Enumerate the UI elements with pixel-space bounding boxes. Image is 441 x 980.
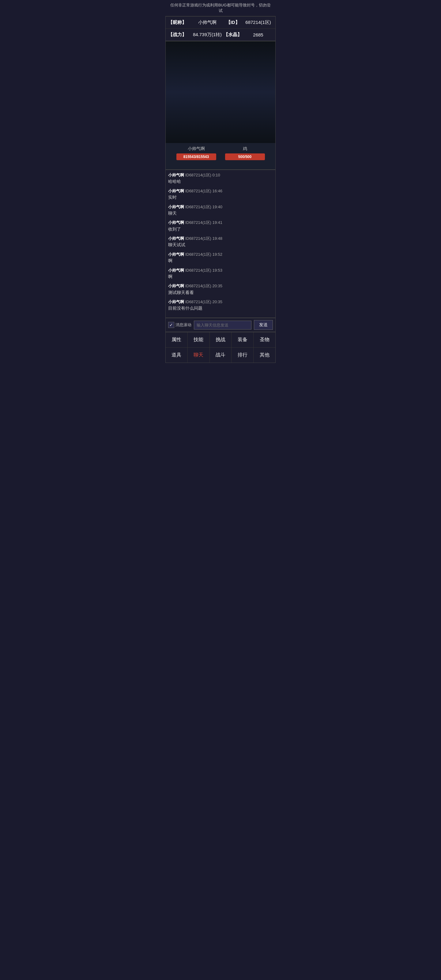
chat-content: 哈哈哈 xyxy=(168,178,273,185)
battle-area: 小帅气啊 815543/815543 鸡 500/500 xyxy=(166,41,275,170)
chat-sender: 小帅气啊 xyxy=(168,236,184,241)
chat-time: 20:35 xyxy=(213,299,223,304)
chat-text-input[interactable] xyxy=(194,321,252,329)
chat-time: 19:40 xyxy=(213,205,223,209)
characters-row: 小帅气啊 815543/815543 鸡 500/500 xyxy=(166,143,275,163)
chat-time: 16:46 xyxy=(213,189,223,193)
info-panel: 【昵称】 小帅气啊 【ID】 687214(1区) 【战力】 84.739万(1… xyxy=(166,16,275,41)
power-value: 84.739万(1转) xyxy=(193,32,222,38)
chat-time: 19:53 xyxy=(213,268,223,272)
crystal-label: 【水晶】 xyxy=(222,32,244,38)
warning-bar: 任何非正常游戏行为或利用BUG都可能导致封号，切勿尝试 xyxy=(166,0,275,16)
chat-sender: 小帅气啊 xyxy=(168,173,184,177)
enemy-hp-text: 500/500 xyxy=(238,155,252,159)
chat-id: ID687214(1区) xyxy=(185,205,211,209)
chat-message: 小帅气啊 ID687214(1区) 20:35 目前没有什么问题 xyxy=(168,299,273,312)
chat-time: 0:10 xyxy=(213,173,220,177)
nav-btn-技能[interactable]: 技能 xyxy=(188,332,210,347)
enemy-name: 鸡 xyxy=(243,146,247,151)
chat-message-header: 小帅气啊 ID687214(1区) 19:52 xyxy=(168,252,273,257)
chat-time: 19:41 xyxy=(213,220,223,225)
chat-message-header: 小帅气啊 ID687214(1区) 16:46 xyxy=(168,188,273,194)
send-button[interactable]: 发送 xyxy=(254,320,273,330)
nav-row-1: 属性技能挑战装备圣物 xyxy=(166,332,275,348)
chat-message: 小帅气啊 ID687214(1区) 19:48 聊天试试 xyxy=(168,236,273,248)
chat-id: ID687214(1区) xyxy=(185,173,211,177)
nav-row-2: 道具聊天战斗排行其他 xyxy=(166,348,275,363)
nav-btn-聊天[interactable]: 聊天 xyxy=(188,348,210,363)
nav-btn-装备[interactable]: 装备 xyxy=(231,332,253,347)
chat-content: 目前没有什么问题 xyxy=(168,305,273,312)
chat-content: 收到了 xyxy=(168,226,273,232)
player-block: 小帅气啊 815543/815543 xyxy=(177,146,216,160)
nav-btn-道具[interactable]: 道具 xyxy=(166,348,188,363)
info-row-power: 【战力】 84.739万(1转) 【水晶】 2685 xyxy=(166,29,275,41)
scroll-toggle[interactable]: ✓ 消息滚动 xyxy=(168,322,191,328)
power-label: 【战力】 xyxy=(168,32,193,38)
chat-sender: 小帅气啊 xyxy=(168,189,184,193)
chat-sender: 小帅气啊 xyxy=(168,205,184,209)
chat-content: 聊天试试 xyxy=(168,242,273,248)
chat-sender: 小帅气啊 xyxy=(168,268,184,272)
nav-btn-圣物[interactable]: 圣物 xyxy=(253,332,275,347)
nav-btn-挑战[interactable]: 挑战 xyxy=(210,332,232,347)
chat-id: ID687214(1区) xyxy=(185,189,211,193)
nickname-label: 【昵称】 xyxy=(168,20,193,25)
chat-message: 小帅气啊 ID687214(1区) 19:52 啊 xyxy=(168,252,273,264)
checkmark-icon: ✓ xyxy=(169,323,173,328)
id-label: 【ID】 xyxy=(222,20,244,25)
nav-btn-属性[interactable]: 属性 xyxy=(166,332,188,347)
chat-message: 小帅气啊 ID687214(1区) 20:35 测试聊天看看 xyxy=(168,283,273,296)
warning-text: 任何非正常游戏行为或利用BUG都可能导致封号，切勿尝试 xyxy=(170,3,271,13)
chat-message-header: 小帅气啊 ID687214(1区) 0:10 xyxy=(168,172,273,178)
enemy-block: 鸡 500/500 xyxy=(225,146,265,160)
nickname-value: 小帅气啊 xyxy=(193,20,222,25)
player-hp-container: 815543/815543 xyxy=(177,153,216,160)
battle-background xyxy=(166,41,275,143)
enemy-hp-container: 500/500 xyxy=(225,153,265,160)
chat-id: ID687214(1区) xyxy=(185,252,211,257)
enemy-hp-bar: 500/500 xyxy=(225,153,265,160)
chat-message: 小帅气啊 ID687214(1区) 19:41 收到了 xyxy=(168,220,273,232)
chat-sender: 小帅气啊 xyxy=(168,283,184,288)
chat-id: ID687214(1区) xyxy=(185,299,211,304)
bottom-nav: 属性技能挑战装备圣物 道具聊天战斗排行其他 xyxy=(166,332,275,363)
chat-id: ID687214(1区) xyxy=(185,268,211,272)
chat-area: 小帅气啊 ID687214(1区) 0:10 哈哈哈 小帅气啊 ID687214… xyxy=(166,170,275,318)
player-hp-text: 815543/815543 xyxy=(183,155,209,159)
crystal-value: 2685 xyxy=(244,32,273,37)
chat-message: 小帅气啊 ID687214(1区) 16:46 实时 xyxy=(168,188,273,200)
chat-id: ID687214(1区) xyxy=(185,220,211,225)
player-hp-bar: 815543/815543 xyxy=(177,153,216,160)
chat-message-header: 小帅气啊 ID687214(1区) 20:35 xyxy=(168,283,273,289)
chat-content: 聊天 xyxy=(168,210,273,216)
nav-btn-战斗[interactable]: 战斗 xyxy=(210,348,232,363)
chat-message-header: 小帅气啊 ID687214(1区) 19:41 xyxy=(168,220,273,225)
chat-message-header: 小帅气啊 ID687214(1区) 19:48 xyxy=(168,236,273,241)
chat-message: 小帅气啊 ID687214(1区) 19:40 聊天 xyxy=(168,204,273,216)
chat-time: 19:48 xyxy=(213,236,223,241)
nav-btn-排行[interactable]: 排行 xyxy=(231,348,253,363)
chat-message: 小帅气啊 ID687214(1区) 0:10 哈哈哈 xyxy=(168,172,273,185)
chat-content: 啊 xyxy=(168,274,273,280)
player-name: 小帅气啊 xyxy=(188,146,205,151)
chat-content: 实时 xyxy=(168,194,273,200)
scroll-label: 消息滚动 xyxy=(175,322,191,328)
chat-message-header: 小帅气啊 ID687214(1区) 19:40 xyxy=(168,204,273,210)
chat-content: 啊 xyxy=(168,258,273,264)
chat-content: 测试聊天看看 xyxy=(168,290,273,296)
chat-message: 小帅气啊 ID687214(1区) 19:53 啊 xyxy=(168,268,273,280)
chat-time: 19:52 xyxy=(213,252,223,257)
chat-message-header: 小帅气啊 ID687214(1区) 19:53 xyxy=(168,268,273,273)
nav-btn-其他[interactable]: 其他 xyxy=(253,348,275,363)
chat-message-header: 小帅气啊 ID687214(1区) 20:35 xyxy=(168,299,273,305)
info-row-nickname: 【昵称】 小帅气啊 【ID】 687214(1区) xyxy=(166,16,275,29)
chat-sender: 小帅气啊 xyxy=(168,220,184,225)
chat-id: ID687214(1区) xyxy=(185,236,211,241)
chat-sender: 小帅气啊 xyxy=(168,252,184,257)
chat-input-row: ✓ 消息滚动 发送 xyxy=(166,318,275,332)
scroll-checkbox-icon[interactable]: ✓ xyxy=(168,322,174,328)
chat-id: ID687214(1区) xyxy=(185,283,211,288)
chat-sender: 小帅气啊 xyxy=(168,299,184,304)
id-value: 687214(1区) xyxy=(244,20,273,25)
